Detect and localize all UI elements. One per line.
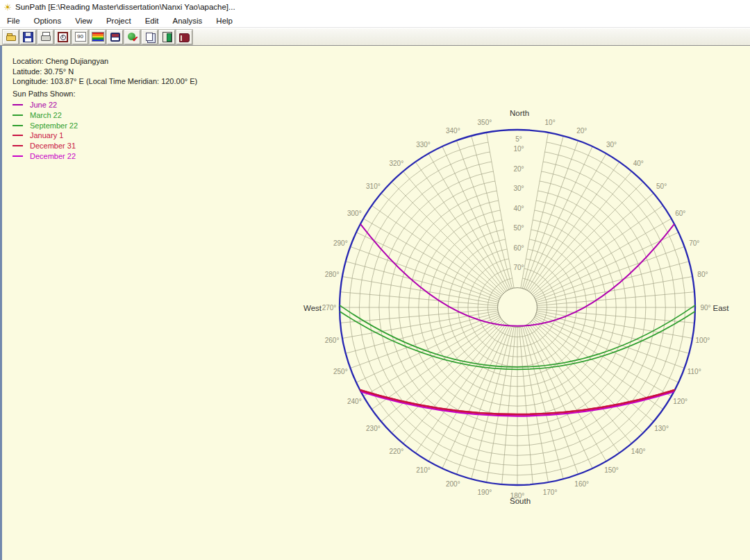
ninety-degrees-icon: 90 (75, 32, 86, 42)
title-bar: SunPath [E:\Reading Master\dissertation\… (0, 0, 750, 14)
svg-text:150°: 150° (604, 466, 619, 474)
save-floppy-icon (23, 32, 33, 42)
open-folder-icon (6, 32, 17, 42)
help-book-icon (179, 33, 190, 42)
svg-text:40°: 40° (513, 205, 524, 212)
print-button[interactable] (38, 30, 53, 44)
svg-text:90°: 90° (700, 304, 710, 312)
rotate-90-button[interactable]: 90 (72, 30, 88, 44)
copy-button[interactable] (142, 30, 158, 44)
svg-text:250°: 250° (333, 368, 348, 375)
open-button[interactable] (3, 30, 19, 44)
menu-options[interactable]: Options (27, 17, 69, 25)
sunpath-window: SunPath [E:\Reading Master\dissertation\… (0, 0, 750, 560)
menu-file[interactable]: File (0, 17, 27, 25)
sun-path-diagram: 10°20°30°40°50°60°70°80°90°100°110°120°1… (2, 46, 750, 560)
svg-text:350°: 350° (478, 119, 492, 126)
colors-button[interactable] (90, 30, 106, 44)
svg-text:10°: 10° (513, 145, 524, 153)
main-content: Location: Cheng Dujiangyan Latitude: 30.… (0, 46, 750, 560)
svg-text:190°: 190° (478, 489, 492, 496)
svg-text:120°: 120° (673, 398, 688, 405)
svg-text:70°: 70° (513, 264, 524, 271)
svg-text:130°: 130° (654, 425, 669, 432)
rainbow-icon (92, 32, 104, 42)
svg-text:170°: 170° (543, 489, 558, 496)
help-button[interactable] (176, 30, 192, 44)
globe-check-button[interactable] (124, 30, 140, 44)
svg-text:320°: 320° (389, 160, 403, 167)
calculator-button[interactable] (107, 30, 123, 44)
menu-bar: File Options View Project Edit Analysis … (0, 14, 750, 28)
calculator-icon (110, 33, 120, 42)
west-label: West (303, 304, 322, 312)
svg-text:330°: 330° (416, 141, 431, 149)
svg-text:70°: 70° (689, 239, 699, 247)
svg-text:10°: 10° (545, 119, 556, 126)
svg-text:230°: 230° (366, 425, 381, 432)
app-sun-icon (2, 2, 13, 12)
south-label: South (510, 497, 531, 505)
svg-text:270°: 270° (322, 304, 337, 312)
svg-text:60°: 60° (675, 210, 685, 217)
toolbar: 90 (0, 28, 750, 46)
save-button[interactable] (20, 30, 36, 44)
svg-text:210°: 210° (416, 466, 431, 474)
svg-text:30°: 30° (606, 141, 617, 149)
svg-text:140°: 140° (631, 448, 646, 455)
svg-text:220°: 220° (389, 448, 403, 455)
svg-text:40°: 40° (633, 160, 644, 167)
exit-door-icon (162, 32, 172, 42)
window-title: SunPath [E:\Reading Master\dissertation\… (15, 3, 235, 11)
svg-text:340°: 340° (446, 127, 460, 135)
svg-text:300°: 300° (347, 210, 362, 217)
svg-text:160°: 160° (574, 480, 589, 488)
clock-icon (58, 32, 68, 42)
svg-text:200°: 200° (446, 480, 460, 488)
menu-edit[interactable]: Edit (138, 17, 166, 25)
svg-text:60°: 60° (513, 244, 524, 252)
menu-help[interactable]: Help (209, 17, 240, 25)
svg-text:20°: 20° (576, 127, 587, 135)
svg-text:260°: 260° (325, 337, 340, 344)
svg-text:20°: 20° (513, 165, 524, 173)
globe-check-icon (127, 32, 138, 42)
svg-text:5°: 5° (515, 135, 522, 143)
svg-text:30°: 30° (513, 185, 524, 192)
svg-text:100°: 100° (696, 337, 710, 344)
svg-text:80°: 80° (697, 271, 708, 278)
printer-icon (40, 32, 51, 42)
time-button[interactable] (55, 30, 71, 44)
svg-text:50°: 50° (656, 183, 667, 190)
svg-text:280°: 280° (325, 271, 340, 278)
exit-button[interactable] (159, 30, 175, 44)
svg-text:50°: 50° (513, 224, 524, 232)
svg-text:310°: 310° (366, 183, 381, 190)
copy-icon (144, 32, 156, 42)
menu-view[interactable]: View (68, 17, 99, 25)
menu-project[interactable]: Project (99, 17, 138, 25)
menu-analysis[interactable]: Analysis (166, 17, 210, 25)
east-label: East (712, 304, 729, 312)
north-label: North (510, 109, 529, 117)
sun-path-svg: 10°20°30°40°50°60°70°80°90°100°110°120°1… (2, 46, 750, 560)
svg-text:240°: 240° (347, 398, 362, 405)
svg-text:110°: 110° (688, 368, 701, 375)
svg-text:290°: 290° (333, 239, 348, 247)
